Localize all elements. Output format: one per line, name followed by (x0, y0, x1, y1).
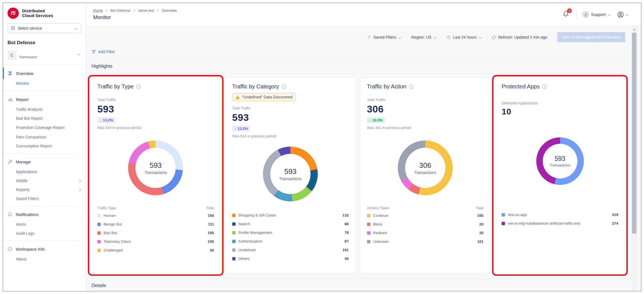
info-icon[interactable]: i (542, 84, 547, 89)
sidebar-item-protection-coverage-report[interactable]: Protection Coverage Report (3, 123, 86, 133)
legend-item[interactable]: Authentication67 (232, 237, 349, 246)
divider (3, 153, 86, 154)
support-menu[interactable]: @ Support (583, 11, 611, 17)
sidebar-item-bad-bot-report[interactable]: Bad Bot Report (3, 114, 86, 123)
breadcrumb-bot-defense[interactable]: Bot Defense (111, 8, 131, 13)
delta-badge: ↑13.2% (97, 117, 115, 123)
legend-item[interactable]: Benign Bot111 (97, 220, 214, 229)
donut-chart-traffic-by-category[interactable]: 593 Transactions (263, 147, 318, 201)
legend-item[interactable]: Shopping & Gift Cards132 (232, 211, 349, 220)
select-service-dropdown[interactable]: Select service (8, 23, 81, 33)
breadcrumb-home[interactable]: Home (93, 8, 103, 13)
legend-item[interactable]: test-us-app319 (502, 210, 618, 219)
legend-item[interactable]: Redirect20 (367, 229, 484, 237)
add-filter-button[interactable]: Add Filter (90, 45, 115, 59)
scrollbar-up-arrow[interactable]: ▲ (631, 27, 637, 32)
sidebar-item-mobile[interactable]: Mobile (3, 176, 86, 185)
divider (90, 73, 625, 74)
time-range-dropdown[interactable]: Last 24 hours (446, 35, 482, 39)
sidebar-item-manage[interactable]: Manage (3, 156, 86, 167)
legend-label: test-us-app (508, 213, 527, 217)
brand-logo[interactable]: f5 Distributed Cloud Services (3, 3, 86, 22)
legend-value: 105 (208, 239, 214, 244)
sidebar-item-report[interactable]: Report (3, 94, 86, 105)
sidebar-item-monitor[interactable]: Monitor (3, 79, 86, 88)
legend-item[interactable]: Block20 (367, 220, 484, 229)
funnel-icon (91, 50, 96, 54)
legend-item[interactable]: Human156 (97, 211, 214, 220)
sidebar-item-about[interactable]: About (3, 255, 86, 264)
legend-label: Bad Bot (104, 231, 117, 235)
legend-item[interactable]: Unknown101 (367, 237, 484, 246)
sidebar-item-consumption-report[interactable]: Consumption Report (3, 142, 86, 150)
account-menu[interactable] (617, 11, 629, 18)
arrow-up-icon: ↑ (100, 118, 102, 122)
sidebar-item-reports[interactable]: Reports (3, 185, 86, 194)
legend-value: 165 (477, 213, 484, 218)
grid-icon (11, 26, 15, 30)
sidebar-item-traffic-analyzer[interactable]: Traffic Analyzer (3, 105, 86, 114)
legend-item[interactable]: Challenged26 (97, 246, 214, 255)
legend-label: Shopping & Gift Cards (238, 213, 276, 217)
view-in-waap-button[interactable]: View in Web App & API Protection (557, 32, 625, 42)
sidebar-nav: Overview Monitor Report Traffic Analyzer… (3, 65, 86, 264)
donut-chart-traffic-by-type[interactable]: 593 Transactions (128, 140, 183, 195)
chevron-down-icon (78, 52, 81, 55)
legend-item[interactable]: Telemetry Client105 (97, 237, 214, 246)
sidebar-item-audit-logs[interactable]: Audit Logs (3, 229, 86, 238)
card-traffic-by-category: Traffic by Category i "Undefined" Data D… (225, 77, 356, 273)
clock-icon (446, 35, 451, 39)
legend-label: Redirect (373, 231, 387, 235)
donut-chart-traffic-by-action[interactable]: 306 Transactions (398, 140, 453, 195)
chevron-down-icon (608, 13, 611, 16)
chevron-down-icon (75, 27, 78, 30)
legend-item[interactable]: ves-io-http-loadbalancer-artificial-traf… (502, 219, 618, 228)
info-icon[interactable]: i (282, 84, 286, 89)
sidebar-item-alerts[interactable]: Alerts (3, 220, 86, 229)
scrollbar-thumb[interactable] (632, 33, 636, 234)
bell-icon (8, 212, 12, 217)
highlights-cards: Traffic by Type i Total Traffic 593 ↑13.… (90, 77, 625, 273)
breadcrumb-namespace[interactable]: carrie-test (138, 8, 154, 13)
saved-filters-dropdown[interactable]: Saved Filters (367, 35, 401, 39)
namespace-selector[interactable]: C Namespace (3, 47, 86, 65)
info-icon[interactable]: i (136, 84, 141, 89)
legend-value: 274 (612, 221, 618, 225)
sidebar-item-applications[interactable]: Applications (3, 167, 86, 176)
legend-item[interactable]: Continue165 (367, 211, 484, 220)
legend-label: Profile Management (238, 231, 272, 235)
legend-swatch-icon (232, 257, 236, 260)
card-traffic-by-type: Traffic by Type i Total Traffic 593 ↑13.… (90, 77, 221, 273)
card-title: Protected Apps (502, 83, 540, 90)
sidebar-item-peer-comparison[interactable]: Peer Comparison (3, 133, 86, 142)
legend-swatch-icon (232, 231, 236, 234)
chevron-down-icon (434, 36, 436, 39)
refresh-button[interactable]: Refresh: Updated 2 min ago (492, 35, 547, 39)
notifications-bell-button[interactable]: 1 (561, 10, 570, 19)
sidebar-item-saved-filters[interactable]: Saved Filters (3, 194, 86, 203)
legend-value: 132 (342, 213, 349, 217)
legend-item[interactable]: Search80 (232, 220, 349, 228)
sidebar-item-overview[interactable]: Overview (3, 68, 86, 79)
legend-item[interactable]: Undefined191 (232, 246, 349, 254)
sidebar-item-notifications[interactable]: Notifications (3, 209, 86, 220)
vertical-scrollbar[interactable]: ▲ (631, 27, 637, 291)
legend-value: 195 (208, 231, 214, 235)
metric-value: 306 (367, 104, 484, 115)
sidebar-item-workspace-info[interactable]: Workspace Info (3, 244, 86, 255)
divider (576, 10, 577, 19)
undefined-data-warning-badge[interactable]: "Undefined" Data Discovered (232, 93, 296, 101)
metric-value: 10 (502, 107, 618, 116)
legend-item[interactable]: Profile Management78 (232, 228, 349, 237)
card-title: Traffic by Category (232, 83, 279, 90)
donut-center: 593 Transactions (128, 140, 183, 195)
divider (3, 91, 86, 91)
legend-item[interactable]: Others45 (232, 254, 349, 263)
filter-toolbar: Saved Filters Region: US Last 24 hours R… (90, 26, 625, 45)
legend-item[interactable]: Bad Bot195 (97, 229, 214, 237)
f5-logo-icon: f5 (8, 8, 19, 19)
info-icon[interactable]: i (409, 84, 413, 89)
donut-center: 306 Transactions (398, 140, 453, 195)
region-dropdown[interactable]: Region: US (411, 35, 436, 39)
donut-chart-protected-apps[interactable]: 593 Transactions (536, 137, 584, 185)
